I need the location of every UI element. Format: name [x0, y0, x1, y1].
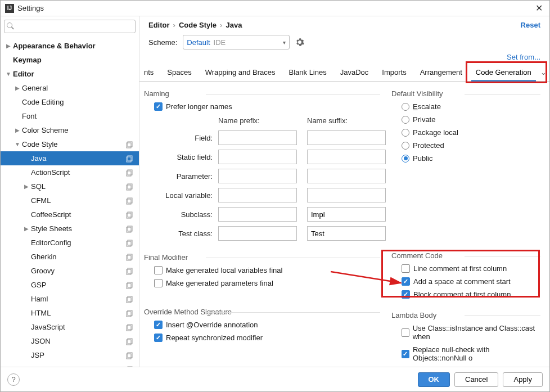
tree-item-keymap[interactable]: Keymap	[1, 53, 139, 67]
tab-wrapping-and-braces[interactable]: Wrapping and Braces	[199, 64, 282, 81]
tree-item-label: HTML	[30, 309, 125, 317]
tabs-overflow-icon[interactable]: ⌄	[538, 65, 549, 80]
local-suffix-input[interactable]	[307, 188, 386, 202]
tree-item-jsp[interactable]: JSP	[1, 348, 139, 362]
tree-item-label: Code Editing	[21, 98, 139, 106]
visibility-escalate-radio[interactable]	[402, 103, 409, 111]
svg-rect-27	[128, 325, 132, 330]
tree-item-font[interactable]: Font	[1, 109, 139, 123]
tree-item-color-scheme[interactable]: ▶Color Scheme	[1, 123, 139, 137]
tree-item-label: Code Style	[21, 140, 125, 148]
breadcrumb-editor[interactable]: Editor	[148, 21, 170, 29]
space-comment-checkbox[interactable]	[402, 277, 410, 286]
ok-button[interactable]: OK	[418, 372, 450, 387]
svg-rect-28	[127, 340, 131, 345]
breadcrumb-codestyle[interactable]: Code Style	[179, 21, 217, 29]
tree-item-label: Editor	[12, 70, 139, 78]
subclass-prefix-input[interactable]	[218, 207, 297, 222]
space-comment-label: Add a space at comment start	[413, 277, 511, 286]
tree-item-java[interactable]: Java	[1, 151, 139, 165]
tree-item-label: Groovy	[30, 267, 125, 275]
scheme-dropdown[interactable]: DefaultIDE ▾	[183, 35, 290, 49]
tree-item-jspx[interactable]: JSPX	[1, 362, 139, 367]
tree-item-editor[interactable]: ▼Editor	[1, 67, 139, 81]
chevron-icon: ▶	[14, 127, 21, 133]
tree-item-haml[interactable]: Haml	[1, 292, 139, 306]
close-icon[interactable]: ✕	[533, 3, 545, 13]
search-input[interactable]	[17, 22, 133, 31]
tree-item-actionscript[interactable]: ActionScript	[1, 165, 139, 179]
parameter-prefix-input[interactable]	[218, 169, 297, 183]
tree-item-label: Color Scheme	[21, 126, 139, 134]
field-suffix-input[interactable]	[307, 130, 386, 145]
set-from-link[interactable]: Set from...	[507, 53, 540, 61]
visibility-private-radio[interactable]	[402, 116, 409, 124]
tree-item-sql[interactable]: ▶SQL	[1, 179, 139, 193]
tab-imports[interactable]: Imports	[375, 64, 413, 81]
tree-item-gherkin[interactable]: Gherkin	[1, 250, 139, 264]
tree-item-json[interactable]: JSON	[1, 334, 139, 348]
tree-item-editorconfig[interactable]: EditorConfig	[1, 236, 139, 250]
static-suffix-input[interactable]	[307, 150, 386, 164]
field-prefix-input[interactable]	[218, 130, 297, 145]
svg-rect-31	[128, 353, 132, 358]
copy-icon	[125, 281, 133, 289]
tree-item-general[interactable]: ▶General	[1, 81, 139, 95]
gear-icon[interactable]	[295, 38, 304, 47]
tree-item-code-editing[interactable]: Code Editing	[1, 95, 139, 109]
tab-arrangement[interactable]: Arrangement	[413, 64, 469, 81]
parameter-suffix-input[interactable]	[307, 169, 386, 183]
tree-item-coffeescript[interactable]: CoffeeScript	[1, 208, 139, 222]
tab-partial[interactable]: nts	[144, 64, 160, 81]
tree-item-code-style[interactable]: ▼Code Style	[1, 137, 139, 151]
tree-item-javascript[interactable]: JavaScript	[1, 320, 139, 334]
tree-item-html[interactable]: HTML	[1, 306, 139, 320]
visibility-public-radio[interactable]	[402, 155, 409, 163]
reset-link[interactable]: Reset	[521, 21, 540, 29]
cancel-button[interactable]: Cancel	[454, 372, 498, 387]
tree-item-appearance-behavior[interactable]: ▶Appearance & Behavior	[1, 39, 139, 53]
settings-tree: ▶Appearance & BehaviorKeymap▼Editor▶Gene…	[1, 37, 139, 367]
tree-item-gsp[interactable]: GSP	[1, 278, 139, 292]
tab-javadoc[interactable]: JavaDoc	[333, 64, 376, 81]
lambda-use-checkbox[interactable]	[402, 328, 409, 337]
svg-rect-2	[127, 157, 131, 162]
apply-button[interactable]: Apply	[503, 372, 543, 387]
tree-item-groovy[interactable]: Groovy	[1, 264, 139, 278]
block-comment-checkbox[interactable]	[402, 290, 410, 299]
testclass-suffix-input[interactable]	[307, 226, 386, 241]
final-vars-checkbox[interactable]	[154, 266, 163, 274]
section-comment: Comment Code	[391, 249, 540, 262]
parameter-label: Parameter:	[154, 172, 216, 181]
tab-spaces[interactable]: Spaces	[160, 64, 198, 81]
lambda-replace-checkbox[interactable]	[402, 350, 409, 358]
visibility-protected-radio[interactable]	[402, 142, 409, 150]
tree-item-label: GSP	[30, 281, 125, 289]
tree-item-style-sheets[interactable]: ▶Style Sheets	[1, 222, 139, 236]
svg-rect-12	[127, 227, 131, 232]
tree-item-cfml[interactable]: CFML	[1, 193, 139, 208]
line-comment-checkbox[interactable]	[402, 264, 410, 273]
help-icon[interactable]: ?	[7, 373, 20, 386]
tab-blank-lines[interactable]: Blank Lines	[282, 64, 333, 81]
svg-rect-0	[127, 143, 131, 148]
repeat-sync-checkbox[interactable]	[154, 334, 163, 342]
search-input-wrap[interactable]	[4, 20, 136, 33]
insert-override-checkbox[interactable]	[154, 321, 163, 329]
final-params-checkbox[interactable]	[154, 279, 163, 287]
testclass-prefix-input[interactable]	[218, 226, 297, 241]
subclass-suffix-input[interactable]	[307, 207, 386, 222]
svg-rect-8	[127, 199, 131, 204]
svg-rect-17	[128, 254, 132, 259]
static-prefix-input[interactable]	[218, 150, 297, 164]
testclass-label: Test class:	[154, 229, 216, 238]
svg-rect-30	[127, 354, 131, 359]
tab-code-generation[interactable]: Code Generation	[469, 64, 538, 81]
local-prefix-input[interactable]	[218, 188, 297, 202]
svg-rect-10	[127, 213, 131, 218]
visibility-package-radio[interactable]	[402, 129, 409, 137]
copy-icon	[125, 155, 133, 163]
tree-item-label: ActionScript	[30, 168, 125, 177]
prefer-longer-names-checkbox[interactable]	[154, 102, 163, 111]
svg-rect-11	[128, 212, 132, 217]
